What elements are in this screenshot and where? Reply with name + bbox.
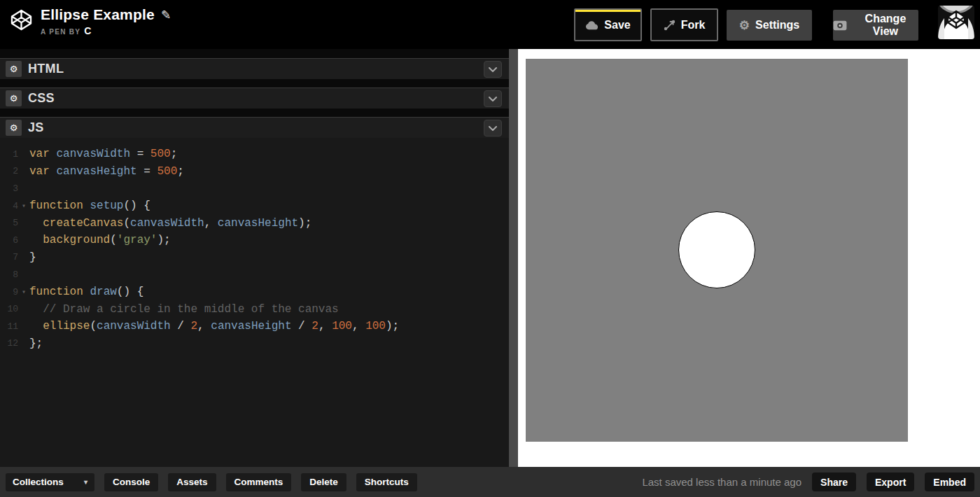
- fork-icon: [664, 20, 676, 31]
- save-accent-bar: [575, 10, 640, 12]
- pen-author-link[interactable]: C: [84, 25, 91, 36]
- preview-pane: [518, 49, 980, 467]
- code-line[interactable]: 10 // Draw a circle in the middle of the…: [0, 300, 509, 318]
- editor-label-html: HTML: [28, 62, 64, 76]
- chevron-down-icon: [489, 67, 497, 72]
- main-split: ⚙ HTML ⚙ CSS ⚙ JS: [0, 49, 980, 467]
- gear-icon: ⚙: [10, 93, 18, 104]
- code-text: background('gray');: [29, 234, 171, 246]
- code-line[interactable]: 11 ellipse(canvasWidth / 2, canvasHeight…: [0, 318, 509, 335]
- eye-view-icon: [833, 20, 847, 31]
- pen-title: Ellipse Example: [41, 6, 155, 23]
- js-code-editor[interactable]: 1var canvasWidth = 500;2var canvasHeight…: [0, 138, 509, 467]
- chevron-down-icon: [489, 97, 497, 102]
- code-line[interactable]: 1var canvasWidth = 500;: [0, 146, 509, 163]
- code-text: var canvasHeight = 500;: [29, 165, 184, 178]
- settings-button[interactable]: ⚙ Settings: [727, 10, 812, 41]
- fork-button[interactable]: Fork: [650, 8, 718, 41]
- editor-label-css: CSS: [28, 91, 55, 106]
- line-number: 2: [0, 166, 18, 176]
- code-line[interactable]: 12};: [0, 335, 509, 353]
- settings-button-label: Settings: [755, 19, 799, 31]
- editor-panel-js[interactable]: ⚙ JS: [0, 117, 509, 138]
- last-saved-status: Last saved less than a minute ago: [642, 476, 802, 488]
- code-line[interactable]: 3: [0, 180, 509, 197]
- code-line[interactable]: 5 createCanvas(canvasWidth, canvasHeight…: [0, 214, 509, 232]
- code-text: ellipse(canvasWidth / 2, canvasHeight / …: [29, 320, 399, 332]
- footer-button-assets[interactable]: Assets: [168, 473, 216, 491]
- footer-right-buttons: ShareExportEmbed: [812, 472, 974, 491]
- editor-panel-css[interactable]: ⚙ CSS: [0, 88, 509, 108]
- preview-canvas[interactable]: [526, 59, 908, 442]
- fold-arrow-icon[interactable]: ▾: [18, 202, 29, 210]
- split-drag-handle[interactable]: [509, 49, 518, 467]
- code-line[interactable]: 9▾function draw() {: [0, 284, 509, 301]
- code-line[interactable]: 6 background('gray');: [0, 232, 509, 249]
- edit-pencil-icon[interactable]: ✎: [161, 8, 171, 22]
- fold-arrow-icon[interactable]: ▾: [18, 288, 29, 296]
- html-collapse-button[interactable]: [484, 61, 502, 78]
- line-number: 12: [0, 338, 18, 349]
- code-text: }: [29, 251, 36, 264]
- code-text: var canvasWidth = 500;: [29, 148, 177, 160]
- code-line[interactable]: 2var canvasHeight = 500;: [0, 163, 509, 181]
- html-settings-gear-button[interactable]: ⚙: [6, 61, 22, 77]
- footer-bar: Collections ▾ ConsoleAssetsCommentsDelet…: [0, 467, 980, 497]
- footer-left-buttons: ConsoleAssetsCommentsDeleteShortcuts: [104, 473, 417, 491]
- footer-button-embed[interactable]: Embed: [925, 472, 974, 491]
- css-settings-gear-button[interactable]: ⚙: [6, 90, 22, 106]
- avatar[interactable]: [938, 6, 974, 39]
- js-code-lines: 1var canvasWidth = 500;2var canvasHeight…: [0, 146, 509, 352]
- footer-button-export[interactable]: Export: [867, 472, 914, 491]
- code-text: };: [29, 337, 43, 350]
- line-number: 5: [0, 218, 18, 228]
- save-button[interactable]: Save: [574, 8, 642, 41]
- line-number: 3: [0, 183, 18, 194]
- change-view-button[interactable]: Change View: [833, 10, 918, 41]
- code-text: createCanvas(canvasWidth, canvasHeight);: [29, 217, 312, 230]
- collections-label: Collections: [13, 477, 64, 487]
- line-number: 4: [0, 201, 18, 211]
- codepen-logo-icon[interactable]: [10, 8, 33, 31]
- cloud-icon: [585, 20, 598, 30]
- line-number: 11: [0, 321, 18, 332]
- pen-by-label: A PEN BY: [41, 28, 80, 36]
- anvil-avatar-icon: [938, 6, 974, 39]
- collections-dropdown[interactable]: Collections ▾: [6, 473, 94, 491]
- gear-icon: ⚙: [739, 20, 750, 31]
- footer-button-shortcuts[interactable]: Shortcuts: [356, 473, 417, 491]
- footer-button-share[interactable]: Share: [812, 472, 856, 491]
- dropdown-caret-icon: ▾: [84, 478, 88, 486]
- line-number: 10: [0, 304, 18, 314]
- line-number: 6: [0, 235, 18, 246]
- editor-label-js: JS: [28, 120, 44, 135]
- line-number: 8: [0, 270, 18, 280]
- line-number: 9: [0, 287, 18, 298]
- footer-button-comments[interactable]: Comments: [226, 473, 292, 491]
- drawn-circle: [678, 211, 755, 288]
- editor-column: ⚙ HTML ⚙ CSS ⚙ JS: [0, 49, 509, 467]
- js-collapse-button[interactable]: [484, 120, 502, 136]
- code-line[interactable]: 7}: [0, 249, 509, 267]
- footer-button-delete[interactable]: Delete: [301, 473, 346, 491]
- editor-panel-html[interactable]: ⚙ HTML: [0, 58, 509, 79]
- code-line[interactable]: 4▾function setup() {: [0, 197, 509, 215]
- code-line[interactable]: 8: [0, 266, 509, 284]
- chevron-down-icon: [489, 126, 497, 131]
- line-number: 7: [0, 252, 18, 262]
- gear-icon: ⚙: [10, 64, 18, 74]
- js-settings-gear-button[interactable]: ⚙: [6, 120, 22, 136]
- pen-title-block: Ellipse Example ✎ A PEN BY C: [41, 6, 171, 36]
- code-text: // Draw a circle in the middle of the ca…: [29, 303, 339, 316]
- app-header: Ellipse Example ✎ A PEN BY C Save Fork ⚙…: [0, 0, 980, 49]
- gear-icon: ⚙: [10, 122, 18, 133]
- code-text: function setup() {: [29, 200, 150, 212]
- save-button-label: Save: [604, 19, 630, 31]
- code-text: function draw() {: [29, 286, 144, 298]
- line-number: 1: [0, 149, 18, 160]
- fork-button-label: Fork: [681, 19, 706, 31]
- change-view-button-label: Change View: [853, 13, 918, 38]
- css-collapse-button[interactable]: [484, 90, 502, 107]
- footer-button-console[interactable]: Console: [104, 473, 158, 491]
